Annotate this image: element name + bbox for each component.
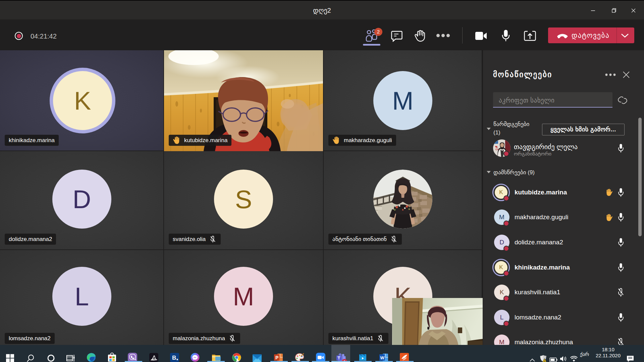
svg-text:P: P [275,355,278,360]
svg-text:W: W [380,355,385,360]
svg-text:B: B [172,355,176,361]
